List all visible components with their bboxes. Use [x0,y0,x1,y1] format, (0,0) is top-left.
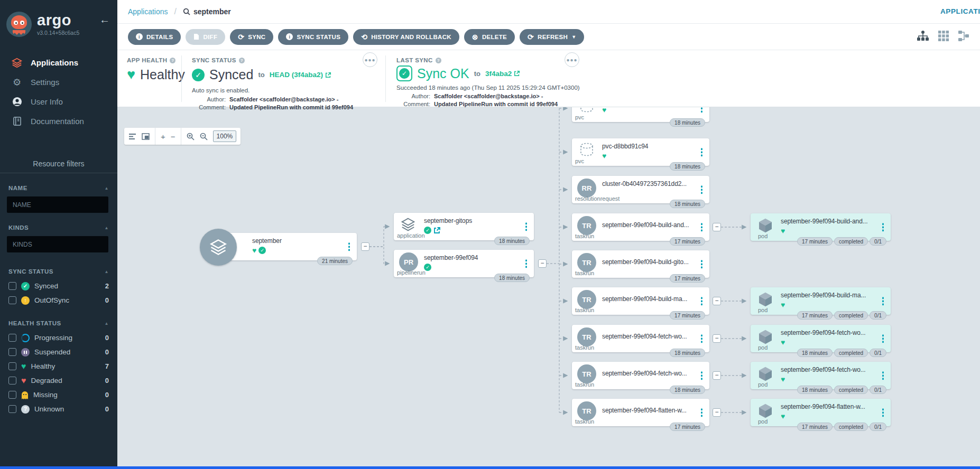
node-taskrun-build-and[interactable]: TR september-99ef094-build-and... taskru… [572,213,709,241]
filter-row-unknown: ? Unknown 0 [0,402,117,416]
node-menu-button[interactable] [699,146,705,158]
node-menu-button[interactable] [881,221,886,233]
node-menu-button[interactable] [699,407,705,418]
collapse-handle[interactable]: − [361,242,369,251]
help-icon[interactable]: ? [239,58,245,63]
node-menu-button[interactable] [881,333,886,344]
fit-to-screen-icon[interactable] [142,133,150,140]
magnify-plus-icon[interactable] [187,133,195,140]
node-menu-button[interactable] [699,258,705,270]
zoom-level-input[interactable]: 100% [213,130,237,142]
help-icon[interactable]: ? [436,58,441,63]
zoom-in-button[interactable]: + [161,132,165,141]
node-taskrun-fetch-workspace-2[interactable]: TR september-99ef094-fetch-wo... taskrun… [572,362,709,389]
node-pod-flatten-workspace[interactable]: september-99ef094-flatten-w... ♥ pod 17 … [751,399,891,426]
bottom-scrollbar[interactable] [0,466,980,469]
synced-count: 2 [105,282,109,290]
outofsync-count: 0 [105,296,109,304]
node-menu-button[interactable] [881,407,886,418]
help-icon[interactable]: ? [170,58,175,63]
node-menu-button[interactable] [699,221,705,233]
last-sync-menu-button[interactable]: ●●● [565,52,579,67]
degraded-checkbox[interactable] [8,377,16,384]
application-node-icon[interactable] [200,229,237,266]
node-menu-button[interactable] [524,221,529,232]
refresh-button[interactable]: ⟳ REFRESH ▼ [520,29,584,45]
node-pvc-d8bbd91c94[interactable]: pvc-d8bbd91c94 ♥ pvc 18 minutes [572,138,709,166]
history-rollback-button[interactable]: ⟲ HISTORY AND ROLLBACK [353,29,459,45]
node-menu-button[interactable] [347,241,352,252]
resource-tree-canvas[interactable]: + − 100% september ♥ ✓ 21 minutes − [117,50,980,469]
collapse-handle[interactable]: − [713,334,721,343]
details-button[interactable]: i DETAILS [128,29,181,45]
taskrun-icon: TR [577,327,596,346]
sidebar-item-applications[interactable]: Applications [0,53,117,72]
node-pod-fetch-workspace-2[interactable]: september-99ef094-fetch-wo... ♥ pod 18 m… [751,362,891,389]
health-status-filter-header[interactable]: HEALTH STATUS ▲ [0,320,117,326]
collapse-handle[interactable]: − [713,223,721,231]
node-resolutionrequest-cluster[interactable]: RR cluster-0b404972357361dd2... resoluti… [572,176,709,203]
synced-checkbox[interactable] [8,282,16,290]
node-application-september[interactable]: september ♥ ✓ 21 minutes [218,233,357,260]
node-menu-button[interactable] [881,370,886,381]
collapse-handle[interactable]: − [538,259,547,268]
breadcrumb-applications-link[interactable]: Applications [128,7,168,16]
kinds-filter-header[interactable]: KINDS ▲ [0,224,117,231]
node-pod-build-and[interactable]: september-99ef094-build-and... ♥ pod 17 … [751,213,891,241]
node-pod-fetch-workspace-1[interactable]: september-99ef094-fetch-wo... ♥ pod 18 m… [751,325,891,352]
node-menu-button[interactable] [699,184,705,195]
app-search-box[interactable]: september [183,7,231,16]
sidebar-collapse-button[interactable]: ← [99,14,110,26]
node-taskrun-fetch-workspace-1[interactable]: TR september-99ef094-fetch-wo... taskrun… [572,325,709,352]
align-icon[interactable] [128,133,136,140]
network-view-icon[interactable] [958,30,970,42]
node-pipelinerun-september-99ef094[interactable]: PR september-99ef094 ✓ pipelinerun 18 mi… [394,250,534,277]
progressing-checkbox[interactable] [8,334,16,342]
collapse-handle[interactable]: − [713,297,721,305]
collapse-handle[interactable]: − [713,371,721,380]
suspended-checkbox[interactable] [8,348,16,356]
magnify-minus-icon[interactable] [200,133,208,140]
sidebar-item-user-info[interactable]: User Info [0,92,117,111]
collapse-handle[interactable]: − [713,408,721,417]
node-application-september-gitops[interactable]: september-gitops ✓ application 18 minute… [394,213,534,240]
autosync-note: Auto sync is enabled. [192,87,353,93]
sync-status-menu-button[interactable]: ●●● [363,52,377,67]
name-filter-input[interactable] [7,196,108,213]
sidebar-item-documentation[interactable]: Documentation [0,111,117,131]
tree-view-icon[interactable] [917,30,929,42]
external-link-icon[interactable] [433,227,441,234]
node-menu-button[interactable] [524,258,529,269]
node-menu-button[interactable] [699,370,705,381]
sync-status-button[interactable]: i SYNC STATUS [278,29,348,45]
external-link-icon [325,72,331,78]
sidebar-item-settings[interactable]: ⚙ Settings [0,72,117,92]
outofsync-checkbox[interactable] [8,296,16,304]
node-name: september-99ef094-fetch-wo... [602,333,697,340]
head-revision-link[interactable]: HEAD (3f4aba2) [270,71,331,79]
node-taskrun-flatten-workspace[interactable]: TR september-99ef094-flatten-w... taskru… [572,399,709,426]
unknown-checkbox[interactable] [8,405,16,413]
sync-button[interactable]: ⟳ SYNC [230,29,273,45]
diff-button[interactable]: DIFF [186,29,225,45]
grid-view-icon[interactable] [938,30,949,42]
delete-button[interactable]: ⊗ DELETE [464,29,515,45]
healthy-checkbox[interactable] [8,362,16,370]
healthy-heart-icon: ♥ [602,106,606,114]
node-menu-button[interactable] [699,295,705,307]
node-taskrun-build-manifest[interactable]: TR september-99ef094-build-ma... taskrun… [572,287,709,315]
missing-checkbox[interactable] [8,391,16,399]
node-menu-button[interactable] [881,295,886,307]
healthy-heart-icon: ♥ [781,227,785,234]
name-filter-header[interactable]: NAME ▲ [0,185,117,191]
zoom-out-button[interactable]: − [171,132,175,141]
node-taskrun-build-gitops[interactable]: TR september-99ef094-build-gito... taskr… [572,250,709,278]
node-pod-build-manifest[interactable]: september-99ef094-build-ma... ♥ pod 17 m… [751,287,891,315]
revision-link[interactable]: 3f4aba2 [485,70,520,78]
node-menu-button[interactable] [699,333,705,344]
kinds-filter-input[interactable] [7,236,108,252]
age-badge: 17 minutes [797,237,833,246]
sync-status-filter-header[interactable]: SYNC STATUS ▲ [0,268,117,275]
pod-badges: 17 minutes completed 0/1 [797,423,886,431]
brand-name: argo [37,13,79,28]
